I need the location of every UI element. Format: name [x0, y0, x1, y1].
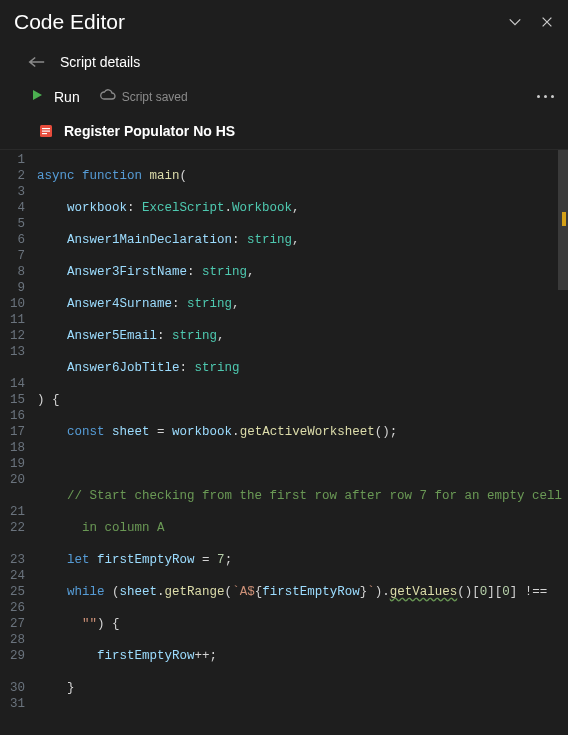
breadcrumb-label[interactable]: Script details: [60, 54, 140, 70]
line-number: 8: [10, 264, 25, 280]
line-number: [10, 664, 25, 680]
line-number: 24: [10, 568, 25, 584]
line-number: 13: [10, 344, 25, 360]
header-controls: [508, 15, 554, 29]
code-area[interactable]: async function main( workbook: ExcelScri…: [35, 150, 562, 730]
line-number: 15: [10, 392, 25, 408]
scroll-marker: [562, 212, 566, 226]
line-number: 18: [10, 440, 25, 456]
line-number: 4: [10, 200, 25, 216]
line-gutter: 1234567891011121314151617181920212223242…: [0, 150, 35, 730]
line-number: 12: [10, 328, 25, 344]
line-number: 25: [10, 584, 25, 600]
line-number: 19: [10, 456, 25, 472]
script-title-row: Register Populator No HS: [0, 111, 568, 150]
line-number: 22: [10, 520, 25, 536]
svg-rect-1: [42, 128, 50, 129]
line-number: [10, 488, 25, 504]
header-bar: Code Editor: [0, 0, 568, 42]
line-number: 5: [10, 216, 25, 232]
line-number: 7: [10, 248, 25, 264]
script-title: Register Populator No HS: [64, 123, 235, 139]
line-number: 14: [10, 376, 25, 392]
line-number: 27: [10, 616, 25, 632]
line-number: 23: [10, 552, 25, 568]
book-icon: [38, 123, 54, 139]
line-number: 29: [10, 648, 25, 664]
line-number: [10, 536, 25, 552]
app-title: Code Editor: [14, 10, 125, 34]
svg-rect-2: [42, 131, 50, 132]
status-label: Script saved: [122, 90, 188, 104]
cloud-icon: [100, 89, 116, 104]
code-editor[interactable]: 1234567891011121314151617181920212223242…: [0, 150, 568, 730]
line-number: 1: [10, 152, 25, 168]
line-number: 10: [10, 296, 25, 312]
run-icon[interactable]: [30, 88, 44, 105]
line-number: 21: [10, 504, 25, 520]
line-number: 3: [10, 184, 25, 200]
chevron-down-icon[interactable]: [508, 15, 522, 29]
line-number: 31: [10, 696, 25, 712]
line-number: 26: [10, 600, 25, 616]
back-arrow-icon[interactable]: [28, 55, 46, 69]
line-number: 17: [10, 424, 25, 440]
line-number: [10, 360, 25, 376]
line-number: 6: [10, 232, 25, 248]
line-number: 9: [10, 280, 25, 296]
breadcrumb-row: Script details: [0, 42, 568, 76]
svg-rect-3: [42, 133, 47, 134]
line-number: 28: [10, 632, 25, 648]
close-icon[interactable]: [540, 15, 554, 29]
line-number: 11: [10, 312, 25, 328]
line-number: 2: [10, 168, 25, 184]
run-button[interactable]: Run: [54, 89, 80, 105]
toolbar-left: Run Script saved: [30, 88, 188, 105]
line-number: 16: [10, 408, 25, 424]
line-number: 20: [10, 472, 25, 488]
save-status: Script saved: [100, 89, 188, 104]
line-number: 30: [10, 680, 25, 696]
toolbar-row: Run Script saved: [0, 76, 568, 111]
overflow-menu-icon[interactable]: [537, 95, 554, 98]
